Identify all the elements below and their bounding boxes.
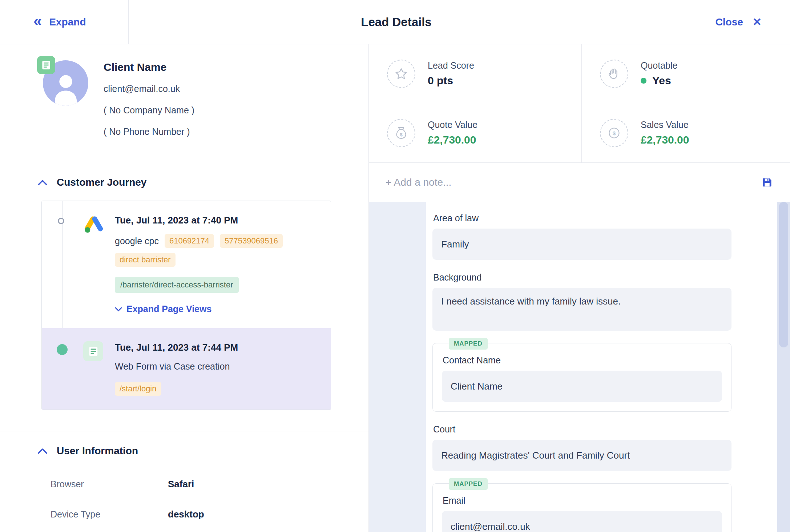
customer-journey-section: Customer Journey [0, 162, 368, 431]
stat-value: 0 pts [428, 74, 474, 87]
star-icon [387, 60, 415, 88]
double-chevron-left-icon: « [33, 13, 42, 29]
field-label: Background [433, 272, 731, 283]
info-row-device-type: Device Type desktop [0, 499, 368, 529]
client-email: client@email.co.uk [104, 84, 194, 94]
scrollbar-track[interactable] [777, 202, 790, 532]
client-company: ( No Company Name ) [104, 105, 194, 116]
court-input[interactable]: Reading Magistrates' Court and Family Co… [432, 440, 731, 471]
field-background: Background I need assistance with my fam… [432, 272, 731, 331]
money-bag-icon: $ [387, 119, 415, 147]
event-source: google cpc [115, 236, 159, 246]
svg-text:$: $ [400, 132, 403, 137]
chevron-down-icon [115, 307, 122, 311]
save-note-button[interactable] [762, 177, 773, 188]
area-of-law-input[interactable]: Family [432, 229, 731, 260]
contact-name-input[interactable]: Client Name [442, 371, 722, 402]
stat-value: Yes [652, 74, 671, 87]
client-card: Client Name client@email.co.uk ( No Comp… [0, 44, 368, 162]
right-column: Lead Score 0 pts Quotable [369, 44, 790, 532]
expand-button-label: Expand [49, 16, 86, 28]
topbar: « Expand Lead Details Close ✕ [0, 0, 790, 44]
stat-label: Sales Value [641, 120, 689, 130]
scrollbar-thumb[interactable] [779, 202, 788, 347]
stats-grid: Lead Score 0 pts Quotable [369, 44, 790, 163]
chevron-up-icon [38, 180, 47, 185]
adgroup-id-badge: 577539069516 [220, 234, 283, 248]
web-form-badge-icon [37, 56, 55, 74]
field-court: Court Reading Magistrates' Court and Fam… [432, 424, 731, 471]
mapped-badge: MAPPED [449, 478, 488, 490]
event-timestamp: Tue, Jul 11, 2023 at 7:44 PM [115, 342, 320, 353]
keyword-badge: direct barrister [115, 253, 176, 267]
client-phone: ( No Phone Number ) [104, 126, 194, 137]
expand-button[interactable]: « Expand [0, 0, 129, 44]
stat-lead-score: Lead Score 0 pts [369, 44, 582, 103]
svg-text:$: $ [613, 130, 616, 136]
page-title: Lead Details [361, 15, 431, 29]
lead-details-panel: « Expand Lead Details Close ✕ [0, 0, 790, 532]
expand-page-views-label: Expand Page Views [126, 304, 211, 314]
email-input[interactable]: client@email.co.uk [442, 511, 722, 532]
info-label: Browser [51, 479, 168, 489]
field-area-of-law: Area of law Family [432, 213, 731, 260]
left-column: Client Name client@email.co.uk ( No Comp… [0, 44, 369, 532]
field-label: Contact Name [443, 355, 722, 366]
mapped-group-email: MAPPED Email client@email.co.uk [432, 483, 731, 532]
add-note-input[interactable] [386, 177, 762, 188]
note-bar [369, 163, 790, 202]
field-label: Court [433, 424, 731, 435]
google-ads-icon [82, 213, 105, 237]
expand-page-views-button[interactable]: Expand Page Views [115, 304, 211, 314]
info-label: Device Type [51, 509, 168, 520]
status-dot-green [641, 78, 646, 84]
background-textarea[interactable]: I need assistance with my family law iss… [432, 288, 731, 331]
stat-label: Quotable [641, 60, 677, 71]
customer-journey-title: Customer Journey [57, 177, 146, 188]
timeline-marker-filled [57, 344, 68, 355]
case-form-panel: Area of law Family Background I need ass… [426, 202, 777, 532]
info-row-browser: Browser Safari [0, 469, 368, 499]
timeline-event-webform: Tue, Jul 11, 2023 at 7:44 PM Web Form vi… [42, 328, 331, 410]
user-information-header[interactable]: User Information [0, 445, 368, 457]
field-label: Email [443, 495, 722, 506]
customer-journey-header[interactable]: Customer Journey [0, 177, 368, 188]
field-label: Area of law [433, 213, 731, 223]
close-button-label: Close [716, 16, 743, 28]
event-source: Web Form via Case creation [115, 361, 230, 372]
stat-label: Lead Score [428, 60, 474, 71]
timeline-marker-hollow [58, 218, 64, 224]
hand-icon [600, 60, 628, 88]
page-path-badge: /start/login [115, 382, 161, 396]
campaign-id-badge: 610692174 [165, 234, 214, 248]
event-timestamp: Tue, Jul 11, 2023 at 7:40 PM [115, 215, 320, 226]
stat-value: £2,730.00 [428, 134, 477, 146]
dollar-coin-icon: $ [600, 119, 628, 147]
user-information-title: User Information [57, 445, 138, 457]
stat-quotable: Quotable Yes [582, 44, 790, 103]
floppy-disk-icon [762, 177, 773, 188]
mapped-badge: MAPPED [449, 338, 488, 350]
mapped-group-contact-name: MAPPED Contact Name Client Name [432, 343, 731, 412]
landing-page-badge: /barrister/direct-access-barrister [115, 277, 239, 293]
chevron-up-icon [38, 448, 47, 454]
info-value: desktop [168, 509, 204, 520]
stat-value: £2,730.00 [641, 134, 689, 146]
close-button[interactable]: Close ✕ [664, 0, 790, 44]
timeline-event-google: Tue, Jul 11, 2023 at 7:40 PM google cpc … [42, 201, 331, 328]
info-value: Safari [168, 479, 194, 490]
form-area: Area of law Family Background I need ass… [369, 202, 790, 532]
timeline-card: Tue, Jul 11, 2023 at 7:40 PM google cpc … [41, 201, 331, 410]
stat-sales-value: $ Sales Value £2,730.00 [582, 103, 790, 162]
stat-quote-value: $ Quote Value £2,730.00 [369, 103, 582, 162]
close-icon: ✕ [753, 16, 762, 28]
user-information-section: User Information Browser Safari Device T… [0, 431, 368, 529]
stat-label: Quote Value [428, 120, 477, 130]
web-form-icon [83, 341, 103, 361]
client-name: Client Name [104, 61, 194, 73]
